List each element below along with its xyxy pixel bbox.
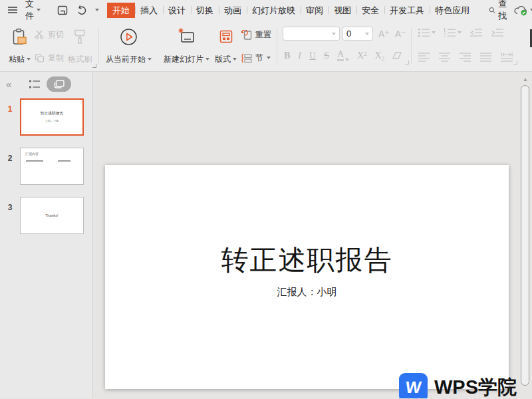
tab-design[interactable]: 设计: [163, 3, 191, 18]
new-slide-button[interactable]: 新建幻灯片: [161, 26, 212, 67]
font-size-select[interactable]: 0: [342, 27, 373, 41]
chevron-down-icon: [95, 9, 99, 11]
bold-button[interactable]: B: [284, 51, 290, 61]
copy-button[interactable]: 复制: [35, 53, 64, 64]
format-painter-icon: [72, 28, 88, 45]
align-center-button[interactable]: [438, 52, 451, 62]
slide-subtitle[interactable]: 汇报人：小明: [105, 286, 509, 299]
quick-access-dropdown-button[interactable]: [93, 7, 101, 13]
decrease-font-button[interactable]: A⁻: [395, 29, 406, 39]
ribbon-toolbar: 粘贴 剪切 复制: [0, 20, 532, 72]
copy-icon: [35, 53, 45, 63]
wps-academy-watermark: W WPS学院: [399, 373, 517, 398]
undo-button[interactable]: [74, 3, 90, 17]
decrease-indent-button[interactable]: [469, 27, 483, 38]
bullet-list-button[interactable]: [418, 27, 436, 38]
tab-view[interactable]: 视图: [329, 3, 356, 18]
search-icon: [489, 5, 495, 15]
numbered-list-button[interactable]: [444, 27, 462, 38]
save-button[interactable]: [55, 3, 70, 17]
section-label: 节: [255, 53, 263, 64]
align-left-button[interactable]: [418, 52, 430, 62]
tab-home[interactable]: 开始: [107, 3, 135, 18]
increase-indent-button[interactable]: [491, 27, 504, 38]
justify-button[interactable]: [479, 52, 492, 62]
hamburger-menu-button[interactable]: [5, 4, 20, 16]
cloud-sync-icon: [513, 5, 529, 16]
play-circle-icon: [120, 28, 138, 46]
align-right-button[interactable]: [459, 52, 471, 62]
thumb-bullet-line: [26, 160, 43, 162]
slide-title[interactable]: 转正述职报告: [105, 242, 509, 279]
reset-button[interactable]: 重置: [241, 29, 271, 41]
outline-view-button[interactable]: [29, 79, 41, 89]
scissors-icon: [35, 30, 45, 39]
find-button[interactable]: 查找: [489, 0, 510, 22]
format-painter-label: 格式刷: [68, 54, 92, 65]
tab-animations[interactable]: 动画: [219, 3, 247, 18]
slides-view-icon: [54, 80, 65, 88]
slide-thumbnail-panel: « 1 转正述职报告: [0, 72, 93, 398]
divider: [411, 29, 412, 64]
chevron-down-icon: [37, 9, 41, 11]
clipboard-dialog-launcher[interactable]: [92, 64, 96, 68]
paragraph-dialog-launcher[interactable]: [513, 61, 517, 65]
file-menu-label: 文件: [25, 0, 34, 22]
slide-thumbnail-3[interactable]: Thanks!: [20, 197, 84, 234]
start-from-current-button[interactable]: 从当前开始: [103, 26, 154, 67]
paste-button[interactable]: 粘贴: [6, 26, 33, 67]
copy-label: 复制: [48, 53, 64, 64]
menu-bar: 文件 开始 插入 设计 切换 动画 幻灯片放映 审阅 视图 安全 开发工具 特色…: [0, 0, 532, 20]
cloud-sync-button[interactable]: [513, 5, 532, 16]
distribute-text-button[interactable]: [500, 52, 513, 62]
thumb-title: Thanks!: [45, 213, 59, 217]
font-dialog-launcher[interactable]: [405, 61, 409, 65]
slideshow-group: 从当前开始: [100, 23, 158, 69]
hamburger-icon: [7, 5, 18, 15]
slide-number: 1: [0, 98, 20, 136]
tab-insert[interactable]: 插入: [135, 3, 163, 18]
slide-thumbnail-2[interactable]: 汇报内容: [20, 148, 84, 185]
reset-icon: [241, 30, 252, 40]
thumbnail-row-3: 3 Thanks!: [0, 197, 92, 234]
slides-view-button[interactable]: [47, 76, 71, 92]
slide-number: 3: [0, 197, 20, 234]
thumb-title: 转正述职报告: [41, 111, 63, 116]
strikethrough-button[interactable]: S: [324, 51, 329, 61]
paragraph-group: [412, 23, 519, 66]
underline-button[interactable]: U: [309, 51, 316, 61]
collapse-panel-button[interactable]: «: [6, 78, 11, 90]
clear-format-icon[interactable]: [392, 51, 403, 60]
scrollbar-up-button[interactable]: ▲: [523, 76, 528, 82]
tab-special-features[interactable]: 特色应用: [430, 3, 475, 18]
cut-button[interactable]: 剪切: [35, 29, 64, 41]
new-slide-label: 新建幻灯片: [164, 54, 203, 65]
scrollbar-thumb[interactable]: [521, 85, 529, 386]
italic-button[interactable]: I: [298, 51, 301, 61]
superscript-button[interactable]: X²: [357, 51, 366, 61]
tab-review[interactable]: 审阅: [301, 3, 329, 18]
increase-font-button[interactable]: A⁺: [378, 29, 390, 39]
slide-page[interactable]: 转正述职报告 汇报人：小明: [105, 165, 509, 389]
wps-logo-icon: W: [399, 373, 428, 398]
tab-developer[interactable]: 开发工具: [384, 3, 430, 18]
chevron-down-icon: [432, 31, 436, 34]
section-button[interactable]: 节: [241, 53, 271, 64]
tab-slideshow[interactable]: 幻灯片放映: [247, 3, 301, 18]
section-icon: [241, 53, 252, 63]
divider: [98, 29, 99, 64]
format-painter-button[interactable]: 格式刷: [65, 26, 94, 67]
divider: [277, 29, 277, 64]
start-from-current-label: 从当前开始: [106, 54, 146, 65]
tab-security[interactable]: 安全: [356, 3, 384, 18]
layout-button[interactable]: 版式: [212, 26, 239, 67]
font-color-label: A: [337, 50, 344, 61]
font-name-select[interactable]: [283, 27, 340, 41]
subscript-button[interactable]: X₂: [374, 51, 384, 61]
font-color-button[interactable]: A: [337, 50, 349, 61]
chevron-down-icon: [233, 58, 237, 61]
chevron-down-icon: [458, 31, 462, 34]
slide-thumbnail-1[interactable]: 转正述职报告 汇报人：小明: [20, 98, 84, 136]
tab-transitions[interactable]: 切换: [191, 3, 219, 18]
new-slide-icon: [178, 28, 196, 46]
